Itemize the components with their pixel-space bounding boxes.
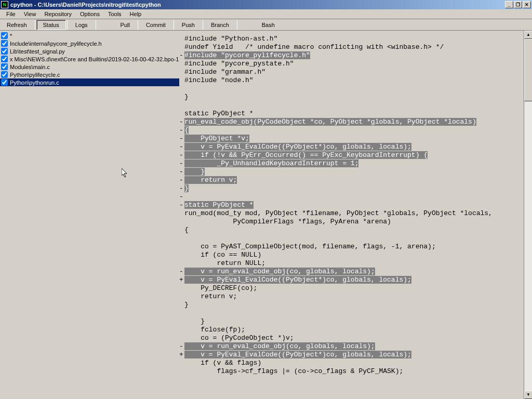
minimize-button[interactable]: _ xyxy=(505,1,513,8)
diff-pane: #include "Python-ast.h" #undef Yield /* … xyxy=(179,31,532,399)
diff-line: - xyxy=(179,193,530,201)
diff-line: co = (PyCodeObject *)v; xyxy=(179,334,530,342)
diff-line: co = PyAST_CompileObject(mod, filename, … xyxy=(179,243,530,251)
diff-line: PyCompilerFlags *flags, PyArena *arena) xyxy=(179,218,530,226)
diff-line: fclose(fp); xyxy=(179,326,530,334)
toolbar-pull[interactable]: Pull xyxy=(114,20,137,30)
diff-line: run_mod(mod_ty mod, PyObject *filename, … xyxy=(179,209,530,218)
app-icon: N xyxy=(1,1,8,8)
file-row[interactable]: * xyxy=(0,32,179,39)
diff-line: #include "node.h" xyxy=(179,76,530,85)
diff-line: - _Py_UnhandledKeyboardInterrupt = 1; xyxy=(179,159,530,168)
file-label: x Misc\NEWS.d\next\Core and Builtins\201… xyxy=(10,56,179,62)
diff-line: } xyxy=(179,317,530,326)
diff-line xyxy=(179,101,530,110)
window-title: cpython - C:\Users\Daniel\Projects\nitro… xyxy=(10,2,505,8)
toolbar-branch[interactable]: Branch xyxy=(204,20,236,30)
file-checkbox[interactable] xyxy=(1,63,8,70)
diff-line: + v = PyEval_EvalCode((PyObject*)co, glo… xyxy=(179,351,530,359)
file-checkbox[interactable] xyxy=(1,40,8,47)
file-row[interactable]: Python\pylifecycle.c xyxy=(0,71,179,78)
diff-line: #include "Python-ast.h" xyxy=(179,35,530,43)
diff-line: return NULL; xyxy=(179,259,530,268)
diff-line: - } xyxy=(179,168,530,176)
file-row[interactable]: Modules\main.c xyxy=(0,63,179,71)
toolbar-bash[interactable]: Bash xyxy=(255,20,282,30)
file-row[interactable]: Lib\test\test_signal.py xyxy=(0,47,179,55)
maximize-button[interactable]: ❐ xyxy=(514,1,522,8)
menu-file[interactable]: File xyxy=(2,10,20,18)
toolbar: RefreshStatusLogsPullCommitPushBranchBas… xyxy=(0,19,532,31)
toolbar-commit[interactable]: Commit xyxy=(139,20,172,30)
diff-line: - PyObject *v; xyxy=(179,135,530,143)
diff-line: - if (!v && PyErr_Occurred() == PyExc_Ke… xyxy=(179,151,530,159)
file-list: *Include\internal\pycore_pylifecycle.hLi… xyxy=(0,31,179,399)
window-titlebar: N cpython - C:\Users\Daniel\Projects\nit… xyxy=(0,0,532,9)
toolbar-logs[interactable]: Logs xyxy=(69,20,95,30)
scroll-down-button[interactable]: ▼ xyxy=(524,391,532,399)
diff-line: - return v; xyxy=(179,176,530,184)
file-label: Lib\test\test_signal.py xyxy=(10,48,65,55)
diff-line: #include "pycore_pystate.h" xyxy=(179,60,530,68)
diff-line xyxy=(179,309,530,317)
menubar: FileViewRepositoryOptionsToolsHelp xyxy=(0,9,532,19)
menu-options[interactable]: Options xyxy=(76,10,104,18)
diff-line xyxy=(179,85,530,93)
file-row[interactable]: Include\internal\pycore_pylifecycle.h xyxy=(0,39,179,47)
diff-line: Py_DECREF(co); xyxy=(179,284,530,292)
diff-line: static PyObject * xyxy=(179,110,530,118)
menu-help[interactable]: Help xyxy=(126,10,146,18)
diff-line: - v = run_eval_code_obj(co, globals, loc… xyxy=(179,268,530,276)
diff-line: + v = PyEval_EvalCode((PyObject*)co, glo… xyxy=(179,276,530,284)
scrollbar-thumb[interactable] xyxy=(524,39,532,101)
diff-line: - v = run_eval_code_obj(co, globals, loc… xyxy=(179,342,530,351)
menu-tools[interactable]: Tools xyxy=(104,10,126,18)
file-checkbox[interactable] xyxy=(1,71,8,78)
file-checkbox[interactable] xyxy=(1,79,8,86)
toolbar-status[interactable]: Status xyxy=(36,20,66,30)
diff-line: -static PyObject * xyxy=(179,201,530,209)
diff-line: #include "grammar.h" xyxy=(179,68,530,76)
diff-line: } xyxy=(179,93,530,101)
toolbar-refresh[interactable]: Refresh xyxy=(0,20,34,30)
file-label: * xyxy=(10,33,12,39)
file-row[interactable]: x Misc\NEWS.d\next\Core and Builtins\201… xyxy=(0,55,179,63)
file-label: Include\internal\pycore_pylifecycle.h xyxy=(10,41,102,47)
file-checkbox[interactable] xyxy=(1,56,8,62)
diff-line: if (v && flags) xyxy=(179,359,530,367)
file-row[interactable]: Python\pythonrun.c xyxy=(0,78,179,86)
diff-line: -run_eval_code_obj(PyCodeObject *co, PyO… xyxy=(179,118,530,126)
diff-content: #include "Python-ast.h" #undef Yield /* … xyxy=(179,31,532,376)
file-checkbox[interactable] xyxy=(1,32,8,39)
scroll-up-button[interactable]: ▲ xyxy=(524,31,532,39)
toolbar-push[interactable]: Push xyxy=(175,20,202,30)
diff-line xyxy=(179,234,530,243)
diff-line: if (co == NULL) xyxy=(179,251,530,259)
diff-line: -#include "pycore_pylifecycle.h" xyxy=(179,51,530,60)
menu-repository[interactable]: Repository xyxy=(40,10,76,18)
diff-line: return v; xyxy=(179,292,530,301)
menu-view[interactable]: View xyxy=(20,10,41,18)
file-checkbox[interactable] xyxy=(1,48,8,55)
diff-line: - v = PyEval_EvalCode((PyObject*)co, glo… xyxy=(179,143,530,151)
diff-line: { xyxy=(179,226,530,234)
diff-line: -{ xyxy=(179,126,530,135)
file-label: Modules\main.c xyxy=(10,64,50,70)
close-button[interactable]: ✕ xyxy=(523,1,531,8)
file-label: Python\pythonrun.c xyxy=(10,79,59,86)
diff-line: -} xyxy=(179,184,530,193)
diff-line: } xyxy=(179,301,530,309)
file-label: Python\pylifecycle.c xyxy=(10,72,60,78)
vertical-scrollbar[interactable]: ▲ ▼ xyxy=(524,31,532,399)
diff-line: #undef Yield /* undefine macro conflicti… xyxy=(179,43,530,51)
diff-line: flags->cf_flags |= (co->co_flags & PyCF_… xyxy=(179,367,530,376)
